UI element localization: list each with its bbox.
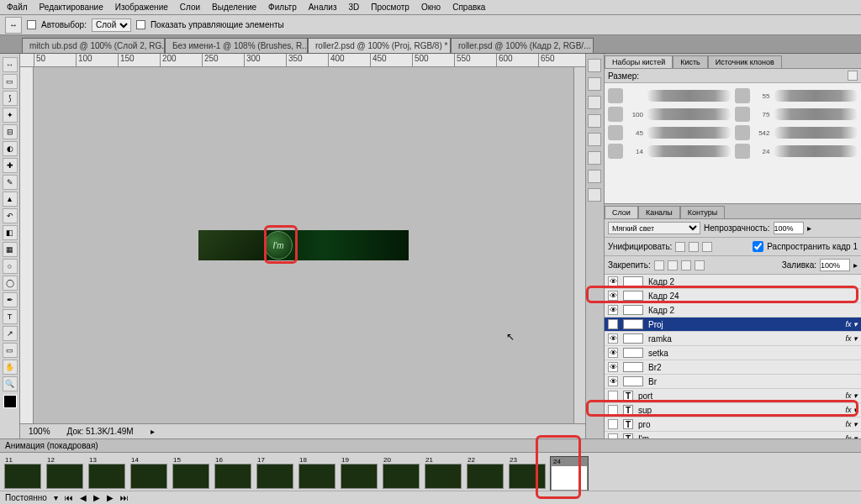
menu-window[interactable]: Окно — [421, 3, 441, 12]
animation-frame[interactable]: 19 0 сек. ▾ — [340, 456, 378, 491]
brush-tool[interactable]: ✎ — [3, 175, 18, 190]
history-brush-tool[interactable]: ↶ — [3, 208, 18, 223]
animation-frame[interactable]: 18 0 сек. ▾ — [298, 456, 336, 491]
actions-panel-icon[interactable] — [588, 77, 601, 91]
path-tool[interactable]: ↗ — [3, 326, 18, 341]
brush-tip-icon[interactable] — [608, 107, 623, 122]
document-tab[interactable]: Без имени-1 @ 108% (Brushes, R...× — [165, 38, 308, 53]
menu-file[interactable]: Файл — [7, 3, 28, 12]
menu-view[interactable]: Просмотр — [371, 3, 409, 12]
brush-stroke-preview[interactable] — [647, 90, 732, 102]
eraser-tool[interactable]: ◧ — [3, 225, 18, 240]
layer-row[interactable]: 👁Кадр 24 — [605, 289, 861, 303]
layer-row[interactable]: 👁Projfx ▾ — [605, 318, 861, 332]
color-swatch[interactable] — [3, 395, 17, 408]
zoom-tool[interactable]: 🔍 — [3, 376, 18, 391]
zoom-level[interactable]: 100% — [29, 427, 50, 436]
brush-stroke-preview[interactable] — [647, 108, 732, 120]
last-frame-button[interactable]: ⏭ — [120, 493, 129, 502]
visibility-toggle[interactable]: 👁 — [608, 333, 618, 344]
lock-transparent-icon[interactable] — [654, 260, 664, 270]
brush-stroke-preview[interactable] — [774, 127, 858, 139]
opacity-arrow-icon[interactable]: ▸ — [807, 223, 811, 233]
opacity-input[interactable] — [774, 222, 804, 234]
brush-stroke-preview[interactable] — [774, 145, 858, 157]
animation-frame[interactable]: 20 0 сек. ▾ — [382, 456, 420, 491]
lock-position-icon[interactable] — [681, 260, 691, 270]
adjustments-panel-icon[interactable] — [588, 151, 601, 165]
marquee-tool[interactable]: ▭ — [3, 74, 18, 89]
menu-help[interactable]: Справка — [452, 3, 485, 12]
gradient-tool[interactable]: ▦ — [3, 242, 18, 257]
tab-layers[interactable]: Слои — [605, 206, 638, 218]
autoselect-dropdown[interactable]: Слой — [92, 18, 131, 32]
next-frame-button[interactable]: ▶ — [107, 493, 114, 502]
move-tool-icon[interactable]: ↔ — [5, 17, 22, 34]
layer-row[interactable]: 👁Br2 — [605, 360, 861, 375]
visibility-toggle[interactable]: 👁 — [608, 376, 618, 386]
layer-row[interactable]: Tsupfx ▾ — [605, 403, 861, 417]
paragraph-panel-icon[interactable] — [588, 188, 601, 202]
animation-frame[interactable]: 12 0 сек. ▾ — [45, 456, 84, 491]
eyedropper-tool[interactable]: ◐ — [3, 141, 18, 156]
visibility-toggle[interactable] — [608, 419, 618, 429]
menu-analysis[interactable]: Анализ — [309, 3, 337, 12]
brush-tip-icon[interactable] — [608, 144, 623, 159]
brush-tip-icon[interactable] — [735, 125, 750, 140]
visibility-toggle[interactable] — [608, 405, 618, 415]
swatches-panel-icon[interactable] — [588, 114, 601, 128]
autoselect-checkbox[interactable] — [27, 20, 36, 29]
animation-frame[interactable]: 11 0 сек. ▾ — [3, 456, 42, 491]
styles-panel-icon[interactable] — [588, 133, 601, 146]
visibility-toggle[interactable] — [608, 391, 618, 401]
tab-channels[interactable]: Каналы — [638, 206, 680, 218]
animation-frame[interactable]: 17 0 сек. ▾ — [256, 456, 294, 491]
brush-tip-icon[interactable] — [735, 107, 750, 122]
brush-preset-list[interactable]: 5510075455421424 — [605, 83, 861, 204]
layer-row[interactable]: 👁Кадр 2 — [605, 275, 861, 289]
layer-row[interactable]: Tportfx ▾ — [605, 389, 861, 403]
pen-tool[interactable]: ✒ — [3, 292, 18, 307]
text-tool[interactable]: T — [3, 309, 18, 324]
menu-layers[interactable]: Слои — [180, 3, 200, 12]
stamp-tool[interactable]: ▲ — [3, 192, 18, 207]
layers-list[interactable]: 👁Кадр 2👁Кадр 24👁Кадр 2👁Projfx ▾👁ramkafx … — [605, 275, 861, 438]
layer-row[interactable]: 👁ramkafx ▾ — [605, 332, 861, 346]
unify-visibility-icon[interactable] — [689, 242, 699, 252]
color-panel-icon[interactable] — [588, 96, 601, 109]
hand-tool[interactable]: ✋ — [3, 360, 18, 375]
animation-frame[interactable]: 22 0 сек. ▾ — [466, 456, 504, 491]
layer-row[interactable]: Tprofx ▾ — [605, 417, 861, 432]
blend-mode-dropdown[interactable]: Мягкий свет — [608, 222, 700, 234]
crop-tool[interactable]: ⊟ — [3, 124, 18, 139]
menu-filter[interactable]: Фильтр — [268, 3, 297, 12]
blur-tool[interactable]: ○ — [3, 259, 18, 274]
tab-paths[interactable]: Контуры — [680, 206, 725, 218]
shape-tool[interactable]: ▭ — [3, 343, 18, 358]
prev-frame-button[interactable]: ◀ — [80, 493, 87, 502]
animation-frame[interactable]: 16 0 сек. ▾ — [214, 456, 252, 491]
brush-preset-picker-icon[interactable] — [848, 71, 858, 81]
brush-stroke-preview[interactable] — [647, 127, 732, 139]
animation-frames[interactable]: 11 0 сек. ▾12 0 сек. ▾13 1 сек. ▾14 0 се… — [0, 453, 861, 491]
brush-stroke-preview[interactable] — [774, 108, 858, 120]
layer-fx-badge[interactable]: fx ▾ — [845, 320, 858, 328]
visibility-toggle[interactable]: 👁 — [608, 348, 618, 358]
menu-image[interactable]: Изображение — [115, 3, 168, 12]
tab-clone-source[interactable]: Источник клонов — [708, 55, 782, 68]
layer-row[interactable]: 👁Кадр 2 — [605, 303, 861, 318]
document-tab[interactable]: roller2.psd @ 100% (Proj, RGB/8) *× — [308, 38, 451, 53]
visibility-toggle[interactable]: 👁 — [608, 276, 618, 286]
layer-fx-badge[interactable]: fx ▾ — [845, 334, 858, 343]
animation-frame[interactable]: 13 1 сек. ▾ — [87, 456, 126, 491]
lock-all-icon[interactable] — [695, 260, 705, 270]
brush-stroke-preview[interactable] — [647, 145, 732, 157]
move-tool[interactable]: ↔ — [3, 57, 18, 72]
loop-arrow-icon[interactable]: ▾ — [54, 493, 58, 502]
scrollbar-vertical[interactable] — [573, 67, 585, 423]
dodge-tool[interactable]: ◯ — [3, 276, 18, 291]
brush-stroke-preview[interactable] — [774, 90, 858, 102]
visibility-toggle[interactable]: 👁 — [608, 362, 618, 372]
loop-dropdown[interactable]: Постоянно — [5, 493, 47, 502]
fill-arrow-icon[interactable]: ▸ — [853, 260, 858, 270]
